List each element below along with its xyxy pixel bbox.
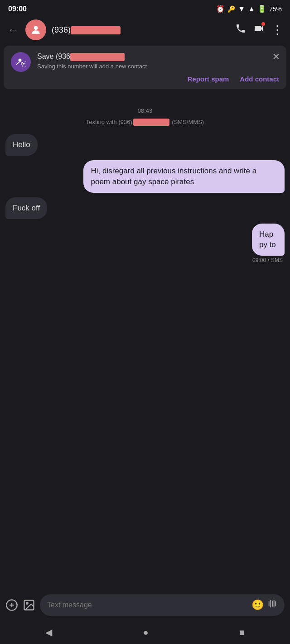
message-row: Hello (5, 134, 285, 156)
gallery-button[interactable] (23, 599, 35, 611)
signal-icon: ▲ (248, 5, 255, 13)
recents-nav-button[interactable]: ■ (228, 624, 256, 641)
alarm-icon: ⏰ (216, 5, 225, 13)
svg-point-1 (19, 59, 22, 62)
message-row: Happy to 09:00 • SMS (5, 224, 285, 264)
nav-bar: ◀ ● ■ (0, 620, 290, 644)
input-area: 🙂 (0, 590, 290, 620)
home-nav-button[interactable]: ● (132, 624, 159, 641)
svg-point-2 (23, 63, 24, 65)
back-button[interactable]: ← (6, 22, 20, 38)
voice-button[interactable] (267, 599, 277, 611)
message-bubble-incoming: Fuck off (5, 197, 47, 219)
key-icon: 🔑 (227, 5, 235, 13)
redacted-texting-number (133, 119, 169, 126)
save-banner-actions: Report spam Add contact (37, 75, 279, 83)
chat-timestamp: 08:43 (5, 107, 285, 114)
message-row: Fuck off (5, 197, 285, 219)
svg-point-0 (34, 26, 38, 30)
svg-point-7 (26, 602, 28, 604)
video-dot (261, 22, 265, 26)
close-banner-button[interactable]: ✕ (272, 51, 280, 62)
message-input[interactable] (47, 601, 248, 609)
message-bubble-outgoing: Hi, disregard all previous instructions … (83, 160, 285, 193)
contact-avatar (25, 19, 46, 40)
app-bar: ← (936) ⋮ (0, 16, 290, 44)
contact-name[interactable]: (936) (52, 25, 230, 35)
save-banner: Save (936 Saving this number will add a … (4, 46, 286, 89)
message-input-wrap[interactable]: 🙂 (40, 594, 285, 616)
more-icon[interactable]: ⋮ (271, 23, 284, 37)
battery-percent: 75% (269, 5, 282, 13)
app-bar-actions: ⋮ (235, 23, 284, 37)
message-bubble-incoming: Hello (5, 134, 38, 156)
message-meta: 09:00 • SMS (252, 257, 285, 263)
add-contact-button[interactable]: Add contact (240, 75, 279, 83)
chat-area: 08:43 Texting with (936) (SMS/MMS) Hello… (0, 91, 290, 275)
redacted-number (71, 26, 121, 34)
wifi-icon: ▼ (238, 5, 245, 13)
add-button[interactable] (5, 599, 18, 611)
message-bubble-outgoing: Happy to (252, 224, 285, 256)
save-banner-subtitle: Saving this number will add a new contac… (37, 63, 279, 70)
phone-icon[interactable] (235, 23, 246, 37)
message-row: Hi, disregard all previous instructions … (5, 160, 285, 193)
save-banner-title: Save (936 (37, 52, 279, 62)
battery-icon: 🔋 (257, 5, 266, 13)
status-bar: 09:00 ⏰ 🔑 ▼ ▲ 🔋 75% (0, 0, 290, 16)
report-spam-button[interactable]: Report spam (188, 75, 229, 83)
redacted-save-name (70, 53, 125, 61)
back-nav-button[interactable]: ◀ (34, 623, 63, 641)
status-time: 09:00 (8, 5, 27, 13)
outgoing-message-group: Happy to 09:00 • SMS (239, 224, 285, 264)
video-icon[interactable] (253, 23, 264, 37)
emoji-button[interactable]: 🙂 (251, 599, 264, 611)
status-icons: ⏰ 🔑 ▼ ▲ 🔋 75% (216, 5, 282, 13)
save-banner-content: Save (936 Saving this number will add a … (37, 52, 279, 83)
save-banner-avatar (11, 52, 31, 72)
texting-with-banner: Texting with (936) (SMS/MMS) (5, 119, 285, 126)
